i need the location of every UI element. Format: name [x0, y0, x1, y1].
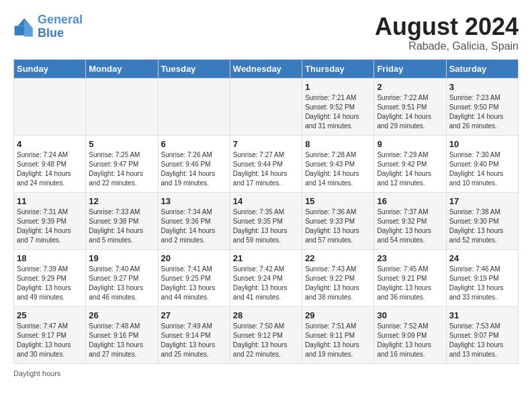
day-info: Sunrise: 7:31 AMSunset: 9:39 PMDaylight:… — [17, 208, 83, 245]
table-row: 17Sunrise: 7:38 AMSunset: 9:30 PMDayligh… — [446, 192, 518, 249]
table-row: 25Sunrise: 7:47 AMSunset: 9:17 PMDayligh… — [14, 306, 86, 363]
day-info: Sunrise: 7:38 AMSunset: 9:30 PMDaylight:… — [449, 208, 515, 245]
calendar-week-row: 4Sunrise: 7:24 AMSunset: 9:48 PMDaylight… — [14, 135, 519, 192]
day-info: Sunrise: 7:36 AMSunset: 9:33 PMDaylight:… — [305, 208, 371, 245]
day-number: 11 — [17, 196, 83, 206]
day-info: Sunrise: 7:35 AMSunset: 9:35 PMDaylight:… — [233, 208, 299, 245]
table-row: 22Sunrise: 7:43 AMSunset: 9:22 PMDayligh… — [302, 249, 374, 306]
table-row — [230, 78, 302, 135]
svg-marker-2 — [24, 20, 33, 36]
day-info: Sunrise: 7:42 AMSunset: 9:24 PMDaylight:… — [233, 265, 299, 302]
day-info: Sunrise: 7:26 AMSunset: 9:46 PMDaylight:… — [161, 150, 227, 188]
day-number: 31 — [449, 310, 515, 320]
footer: Daylight hours — [13, 369, 519, 377]
day-info: Sunrise: 7:40 AMSunset: 9:27 PMDaylight:… — [89, 265, 154, 302]
table-row: 1Sunrise: 7:21 AMSunset: 9:52 PMDaylight… — [302, 78, 374, 135]
day-info: Sunrise: 7:37 AMSunset: 9:32 PMDaylight:… — [377, 208, 443, 245]
day-number: 19 — [89, 253, 154, 263]
day-number: 24 — [449, 253, 515, 263]
calendar-week-row: 25Sunrise: 7:47 AMSunset: 9:17 PMDayligh… — [14, 306, 519, 363]
day-info: Sunrise: 7:28 AMSunset: 9:43 PMDaylight:… — [305, 150, 371, 188]
day-number: 30 — [377, 310, 443, 320]
location-subtitle: Rabade, Galicia, Spain — [375, 40, 519, 52]
table-row: 6Sunrise: 7:26 AMSunset: 9:46 PMDaylight… — [158, 135, 230, 192]
day-number: 22 — [305, 253, 371, 263]
table-row: 18Sunrise: 7:39 AMSunset: 9:29 PMDayligh… — [14, 249, 86, 306]
title-block: August 2024 Rabade, Galicia, Spain — [375, 13, 519, 52]
table-row: 23Sunrise: 7:45 AMSunset: 9:21 PMDayligh… — [374, 249, 446, 306]
day-info: Sunrise: 7:25 AMSunset: 9:47 PMDaylight:… — [89, 150, 154, 188]
table-row: 20Sunrise: 7:41 AMSunset: 9:25 PMDayligh… — [158, 249, 230, 306]
table-row: 31Sunrise: 7:53 AMSunset: 9:07 PMDayligh… — [446, 306, 518, 363]
logo: General Blue — [13, 13, 83, 40]
table-row: 27Sunrise: 7:49 AMSunset: 9:14 PMDayligh… — [158, 306, 230, 363]
table-row: 30Sunrise: 7:52 AMSunset: 9:09 PMDayligh… — [374, 306, 446, 363]
svg-rect-0 — [15, 26, 24, 35]
day-info: Sunrise: 7:51 AMSunset: 9:11 PMDaylight:… — [305, 322, 371, 359]
logo-general: General — [38, 13, 83, 26]
table-row: 2Sunrise: 7:22 AMSunset: 9:51 PMDaylight… — [374, 78, 446, 135]
day-info: Sunrise: 7:30 AMSunset: 9:40 PMDaylight:… — [449, 150, 515, 188]
table-row: 26Sunrise: 7:48 AMSunset: 9:16 PMDayligh… — [86, 306, 158, 363]
day-number: 15 — [305, 196, 371, 206]
table-row: 29Sunrise: 7:51 AMSunset: 9:11 PMDayligh… — [302, 306, 374, 363]
day-number: 4 — [17, 139, 83, 149]
table-row: 19Sunrise: 7:40 AMSunset: 9:27 PMDayligh… — [86, 249, 158, 306]
day-info: Sunrise: 7:48 AMSunset: 9:16 PMDaylight:… — [89, 322, 154, 359]
col-saturday: Saturday — [446, 59, 518, 78]
table-row — [86, 78, 158, 135]
day-number: 13 — [161, 196, 227, 206]
table-row: 5Sunrise: 7:25 AMSunset: 9:47 PMDaylight… — [86, 135, 158, 192]
day-info: Sunrise: 7:41 AMSunset: 9:25 PMDaylight:… — [161, 265, 227, 302]
day-number: 3 — [449, 82, 515, 92]
col-wednesday: Wednesday — [230, 59, 302, 78]
table-row: 3Sunrise: 7:23 AMSunset: 9:50 PMDaylight… — [446, 78, 518, 135]
day-number: 25 — [17, 310, 83, 320]
col-tuesday: Tuesday — [158, 59, 230, 78]
calendar-header-row: Sunday Monday Tuesday Wednesday Thursday… — [14, 59, 519, 78]
logo-blue: Blue — [38, 26, 64, 40]
day-number: 20 — [161, 253, 227, 263]
day-number: 12 — [89, 196, 154, 206]
table-row: 16Sunrise: 7:37 AMSunset: 9:32 PMDayligh… — [374, 192, 446, 249]
day-number: 27 — [161, 310, 227, 320]
table-row: 15Sunrise: 7:36 AMSunset: 9:33 PMDayligh… — [302, 192, 374, 249]
table-row: 4Sunrise: 7:24 AMSunset: 9:48 PMDaylight… — [14, 135, 86, 192]
day-number: 18 — [17, 253, 83, 263]
day-number: 5 — [89, 139, 154, 149]
col-thursday: Thursday — [302, 59, 374, 78]
day-number: 9 — [377, 139, 443, 149]
day-number: 23 — [377, 253, 443, 263]
page-header: General Blue August 2024 Rabade, Galicia… — [13, 13, 519, 52]
day-info: Sunrise: 7:21 AMSunset: 9:52 PMDaylight:… — [305, 93, 371, 131]
day-number: 6 — [161, 139, 227, 149]
day-number: 1 — [305, 82, 371, 92]
day-number: 7 — [233, 139, 299, 149]
daylight-hours-label: Daylight hours — [13, 369, 60, 377]
day-info: Sunrise: 7:22 AMSunset: 9:51 PMDaylight:… — [377, 93, 443, 131]
day-info: Sunrise: 7:52 AMSunset: 9:09 PMDaylight:… — [377, 322, 443, 359]
table-row: 12Sunrise: 7:33 AMSunset: 9:38 PMDayligh… — [86, 192, 158, 249]
logo-icon — [13, 16, 35, 38]
day-number: 14 — [233, 196, 299, 206]
calendar-week-row: 18Sunrise: 7:39 AMSunset: 9:29 PMDayligh… — [14, 249, 519, 306]
table-row — [14, 78, 86, 135]
day-info: Sunrise: 7:45 AMSunset: 9:21 PMDaylight:… — [377, 265, 443, 302]
table-row: 24Sunrise: 7:46 AMSunset: 9:19 PMDayligh… — [446, 249, 518, 306]
col-sunday: Sunday — [14, 59, 86, 78]
logo-text: General Blue — [38, 13, 83, 40]
table-row: 9Sunrise: 7:29 AMSunset: 9:42 PMDaylight… — [374, 135, 446, 192]
table-row: 8Sunrise: 7:28 AMSunset: 9:43 PMDaylight… — [302, 135, 374, 192]
day-number: 29 — [305, 310, 371, 320]
day-info: Sunrise: 7:49 AMSunset: 9:14 PMDaylight:… — [161, 322, 227, 359]
day-info: Sunrise: 7:33 AMSunset: 9:38 PMDaylight:… — [89, 208, 154, 245]
day-number: 10 — [449, 139, 515, 149]
calendar-week-row: 1Sunrise: 7:21 AMSunset: 9:52 PMDaylight… — [14, 78, 519, 135]
calendar-table: Sunday Monday Tuesday Wednesday Thursday… — [13, 59, 519, 364]
month-year-title: August 2024 — [375, 13, 519, 40]
day-info: Sunrise: 7:29 AMSunset: 9:42 PMDaylight:… — [377, 150, 443, 188]
table-row: 28Sunrise: 7:50 AMSunset: 9:12 PMDayligh… — [230, 306, 302, 363]
day-number: 2 — [377, 82, 443, 92]
day-info: Sunrise: 7:27 AMSunset: 9:44 PMDaylight:… — [233, 150, 299, 188]
day-number: 16 — [377, 196, 443, 206]
